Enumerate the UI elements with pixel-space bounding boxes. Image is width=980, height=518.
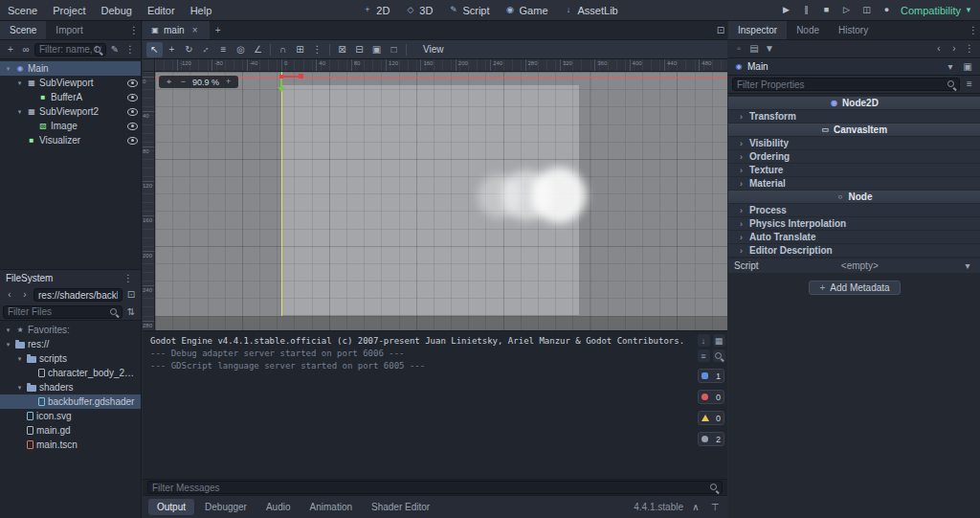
pivot-tool-button[interactable]: ◎	[233, 42, 249, 57]
filter-files-input[interactable]	[3, 305, 122, 319]
scene-tree-menu-icon[interactable]: ⋮	[123, 43, 137, 56]
fs-item-shaders[interactable]: ▾ shaders	[0, 380, 141, 394]
ruler-top[interactable]: -120-80-40040801201602002402803203604004…	[155, 59, 727, 72]
tab-import[interactable]: Import	[46, 21, 92, 39]
expand-arrow-icon[interactable]: ▾	[4, 341, 12, 349]
script-property-row[interactable]: Script <empty> ▾	[728, 259, 980, 273]
workspace-script[interactable]: ✎Script	[448, 5, 489, 16]
expand-arrow-icon[interactable]: ▾	[4, 65, 12, 73]
filter-messages-input[interactable]	[147, 481, 723, 494]
play-custom-scene-button[interactable]: ◫	[860, 4, 873, 16]
play-scene-button[interactable]: ▷	[840, 4, 853, 16]
save-resource-button[interactable]: ▼	[763, 42, 776, 56]
scroll-to-bottom-button[interactable]: ↓	[698, 334, 710, 347]
section-material[interactable]: › Material	[728, 177, 980, 190]
menu-project[interactable]: Project	[53, 5, 85, 16]
fs-item-icon-svg[interactable]: icon.svg	[0, 409, 141, 423]
load-resource-button[interactable]: ▤	[747, 42, 761, 56]
dock-menu-icon[interactable]: ⋮	[967, 24, 980, 37]
new-resource-button[interactable]: ▫	[732, 42, 746, 56]
list-select-tool-button[interactable]: ≡	[215, 42, 232, 57]
expand-bottom-panel-icon[interactable]: ∧	[689, 501, 702, 514]
edited-object-row[interactable]: ◉ Main ▾ ▣	[728, 58, 980, 76]
section-editor-description[interactable]: › Editor Description	[728, 244, 980, 257]
filesystem-menu-icon[interactable]: ⋮	[122, 272, 135, 285]
distraction-free-icon[interactable]: ⊡	[714, 24, 727, 37]
section-transform[interactable]: › Transform	[728, 110, 980, 123]
zoom-out-button[interactable]: −	[178, 77, 189, 87]
ruler-left[interactable]: 04080120160200240280	[143, 72, 155, 330]
instance-scene-button[interactable]: ∞	[19, 43, 33, 56]
scene-node-subviewport[interactable]: ▾ ▦ SubViewport	[0, 76, 141, 90]
warnings-count-badge[interactable]: 0	[698, 411, 724, 425]
misc-count-badge[interactable]: 2	[698, 432, 724, 446]
section-visibility[interactable]: › Visibility	[728, 137, 980, 149]
view-menu-button[interactable]: View	[416, 44, 451, 55]
menu-scene[interactable]: Scene	[8, 5, 37, 16]
object-options-button[interactable]: ▣	[961, 60, 974, 74]
bottom-tab-shader-editor[interactable]: Shader Editor	[363, 499, 438, 515]
lock-button[interactable]: ⊠	[334, 42, 350, 57]
section-physics-interpolation[interactable]: › Physics Interpolation	[728, 217, 980, 230]
gizmo-y-handle[interactable]	[278, 87, 285, 92]
renderer-select[interactable]: Compatibility ▾	[901, 4, 972, 16]
canvas[interactable]: ⌖ − 90.9 % +	[155, 72, 727, 330]
add-node-button[interactable]: +	[4, 43, 17, 56]
scene-node-buffera[interactable]: ■ BufferA	[0, 90, 141, 104]
section-texture[interactable]: › Texture	[728, 164, 980, 176]
fs-item-main-tscn[interactable]: main.tscn	[0, 438, 141, 452]
snap-options-icon[interactable]: ⋮	[309, 42, 325, 57]
nav-forward-button[interactable]: ›	[18, 288, 32, 302]
wrap-lines-button[interactable]: ≡	[698, 349, 710, 362]
zoom-level[interactable]: 90.9 %	[192, 78, 219, 87]
expand-arrow-icon[interactable]: ▾	[15, 355, 24, 363]
bottom-tab-animation[interactable]: Animation	[301, 499, 361, 515]
rotate-tool-button[interactable]: ↻	[181, 42, 197, 57]
focus-file-button[interactable]: ⊡	[124, 288, 138, 302]
menu-help[interactable]: Help	[190, 5, 212, 16]
sort-files-icon[interactable]: ⇅	[124, 305, 138, 319]
bottom-tab-audio[interactable]: Audio	[257, 499, 300, 515]
section-ordering[interactable]: › Ordering	[728, 150, 980, 163]
add-metadata-button[interactable]: + Add Metadata	[809, 281, 901, 295]
scene-node-visualizer[interactable]: ■ Visualizer	[0, 133, 141, 147]
workspace-game[interactable]: ◉Game	[505, 5, 548, 16]
scene-node-main[interactable]: ▾ ◉ Main	[0, 61, 141, 76]
messages-count-badge[interactable]: 1	[698, 369, 724, 383]
property-tools-icon[interactable]: ≡	[963, 78, 976, 91]
ungroup-button[interactable]: □	[386, 42, 402, 57]
copy-log-button[interactable]: ▦	[713, 334, 725, 347]
gizmo-x-handle[interactable]	[299, 74, 303, 79]
expand-arrow-icon[interactable]: ▾	[15, 108, 24, 116]
visibility-eye-icon[interactable]	[127, 108, 138, 116]
output-log[interactable]: Godot Engine v4.4.1.stable.official (c) …	[143, 331, 695, 479]
unlock-button[interactable]: ⊟	[351, 42, 368, 57]
script-property-value[interactable]: <empty>	[763, 260, 957, 271]
fs-item-main-gd[interactable]: main.gd	[0, 423, 141, 438]
section-auto-translate[interactable]: › Auto Translate	[728, 231, 980, 243]
grid-snap-button[interactable]: ⊞	[292, 42, 308, 57]
menu-debug[interactable]: Debug	[100, 5, 131, 16]
visibility-eye-icon[interactable]	[127, 137, 138, 145]
select-tool-button[interactable]: ↖	[146, 42, 163, 57]
fs-item-scripts[interactable]: ▾ scripts	[0, 351, 141, 366]
attach-script-button[interactable]: ✎	[108, 43, 122, 56]
section-process[interactable]: › Process	[728, 204, 980, 216]
2d-viewport[interactable]: -120-80-40040801201602002402803203604004…	[143, 59, 727, 330]
history-back-button[interactable]: ‹	[932, 42, 946, 56]
gizmo-origin[interactable]	[279, 75, 283, 79]
workspace-2d[interactable]: +2D	[362, 5, 390, 16]
nav-back-button[interactable]: ‹	[3, 288, 16, 302]
menu-editor[interactable]: Editor	[147, 5, 175, 16]
play-button[interactable]: ▶	[780, 4, 792, 16]
search-log-button[interactable]	[713, 349, 725, 362]
tab-node[interactable]: Node	[787, 21, 829, 39]
workspace-3d[interactable]: ◇3D	[405, 5, 433, 16]
errors-count-badge[interactable]: 0	[698, 390, 724, 404]
tab-scene[interactable]: Scene	[0, 21, 46, 39]
bottom-tab-output[interactable]: Output	[148, 499, 194, 515]
tab-inspector[interactable]: Inspector	[728, 21, 787, 39]
group-button[interactable]: ▣	[368, 42, 385, 57]
object-menu-icon[interactable]: ⋮	[963, 42, 976, 56]
scene-node-subviewport2[interactable]: ▾ ▦ SubViewport2	[0, 104, 141, 119]
